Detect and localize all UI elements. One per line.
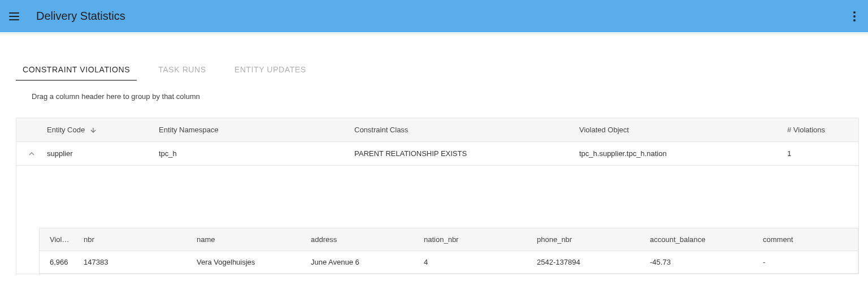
detail-cell-comment: - (763, 258, 858, 266)
cell-violations-count: 1 (787, 149, 858, 158)
tab-constraint-violations[interactable]: CONSTRAINT VIOLATIONS (23, 65, 130, 81)
detail-column-nbr[interactable]: nbr (84, 235, 197, 244)
detail-cell-nbr: 147383 (84, 258, 197, 266)
violations-table: Entity Code Entity Namespace Constraint … (16, 118, 859, 274)
detail-row[interactable]: 6,966 147383 Vera Vogelhuisjes June Aven… (40, 251, 858, 274)
page-title: Delivery Statistics (36, 10, 125, 23)
tab-entity-updates[interactable]: ENTITY UPDATES (235, 65, 306, 81)
more-options-icon[interactable] (850, 8, 859, 25)
content-area: CONSTRAINT VIOLATIONS TASK RUNS ENTITY U… (0, 65, 868, 274)
detail-column-account-balance[interactable]: account_balance (650, 235, 763, 244)
detail-cell-nation-nbr: 4 (424, 258, 537, 266)
detail-column-phone-nbr[interactable]: phone_nbr (537, 235, 650, 244)
detail-cell-account-balance: -45.73 (650, 258, 763, 266)
column-header-violations-count[interactable]: # Violations (787, 126, 858, 134)
detail-column-name[interactable]: name (197, 235, 311, 244)
detail-cell-address: June Avenue 6 (311, 258, 424, 266)
cell-constraint-class: PARENT RELATIONSHIP EXISTS (354, 149, 579, 158)
sort-descending-icon (89, 126, 97, 134)
hamburger-menu-icon[interactable] (9, 10, 23, 23)
detail-column-comment[interactable]: comment (763, 235, 858, 244)
tab-bar: CONSTRAINT VIOLATIONS TASK RUNS ENTITY U… (7, 65, 868, 81)
cell-violated-object: tpc_h.supplier.tpc_h.nation (579, 149, 787, 158)
cell-entity-code: supplier (47, 149, 159, 158)
header-divider (0, 33, 868, 34)
table-header-row: Entity Code Entity Namespace Constraint … (16, 118, 858, 142)
app-bar: Delivery Statistics (0, 0, 868, 32)
group-by-hint[interactable]: Drag a column header here to group by th… (7, 81, 868, 111)
table-row[interactable]: supplier tpc_h PARENT RELATIONSHIP EXIST… (16, 142, 858, 166)
detail-cell-phone-nbr: 2542-137894 (537, 258, 650, 266)
detail-table: Viol… nbr name address nation_nbr phone_… (39, 228, 858, 274)
tab-task-runs[interactable]: TASK RUNS (158, 65, 206, 81)
column-header-violated-object[interactable]: Violated Object (579, 126, 787, 134)
column-header-entity-namespace[interactable]: Entity Namespace (159, 126, 354, 134)
column-header-label: Entity Code (47, 126, 85, 134)
detail-cell-viol: 6,966 (40, 258, 84, 266)
detail-column-nation-nbr[interactable]: nation_nbr (424, 235, 537, 244)
column-header-entity-code[interactable]: Entity Code (47, 126, 159, 134)
detail-header-row: Viol… nbr name address nation_nbr phone_… (40, 228, 858, 251)
collapse-row-icon[interactable] (16, 149, 47, 158)
column-header-constraint-class[interactable]: Constraint Class (354, 126, 579, 134)
detail-column-address[interactable]: address (311, 235, 424, 244)
detail-cell-name: Vera Vogelhuisjes (197, 258, 311, 266)
cell-entity-namespace: tpc_h (159, 149, 354, 158)
detail-column-viol[interactable]: Viol… (40, 235, 84, 244)
